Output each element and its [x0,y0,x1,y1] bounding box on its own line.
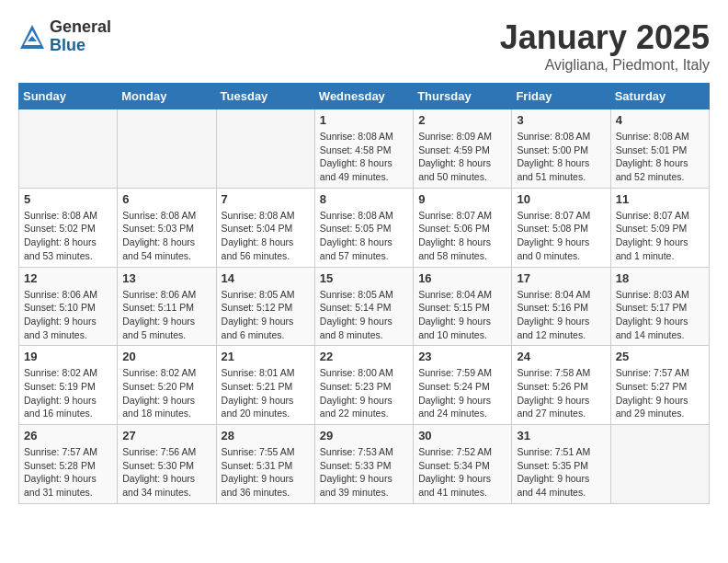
day-info: Sunrise: 8:06 AM Sunset: 5:10 PM Dayligh… [24,288,112,342]
title-block: January 2025 Avigliana, Piedmont, Italy [500,18,710,74]
calendar-cell: 28Sunrise: 7:55 AM Sunset: 5:31 PM Dayli… [216,425,314,504]
day-info: Sunrise: 7:55 AM Sunset: 5:31 PM Dayligh… [222,445,310,500]
day-number: 12 [24,271,112,285]
calendar-table: SundayMondayTuesdayWednesdayThursdayFrid… [18,83,710,504]
day-number: 25 [616,350,704,363]
day-info: Sunrise: 8:08 AM Sunset: 5:03 PM Dayligh… [122,209,210,263]
calendar-cell: 11Sunrise: 8:07 AM Sunset: 5:09 PM Dayli… [610,188,709,267]
day-number: 23 [418,350,506,363]
day-info: Sunrise: 8:08 AM Sunset: 5:04 PM Dayligh… [222,209,310,263]
calendar-cell: 5Sunrise: 8:08 AM Sunset: 5:02 PM Daylig… [19,188,118,267]
day-info: Sunrise: 7:53 AM Sunset: 5:33 PM Dayligh… [320,445,408,500]
day-number: 13 [122,271,210,285]
day-number: 2 [418,113,506,127]
calendar-cell: 31Sunrise: 7:51 AM Sunset: 5:35 PM Dayli… [512,425,610,504]
day-info: Sunrise: 8:02 AM Sunset: 5:19 PM Dayligh… [24,366,112,420]
calendar-cell: 27Sunrise: 7:56 AM Sunset: 5:30 PM Dayli… [118,425,216,504]
calendar-cell: 23Sunrise: 7:59 AM Sunset: 5:24 PM Dayli… [414,346,512,425]
calendar-cell: 9Sunrise: 8:07 AM Sunset: 5:06 PM Daylig… [414,188,512,267]
calendar-cell: 25Sunrise: 7:57 AM Sunset: 5:27 PM Dayli… [610,346,709,425]
day-number: 9 [418,192,506,206]
day-number: 15 [320,271,408,285]
calendar-cell: 15Sunrise: 8:05 AM Sunset: 5:14 PM Dayli… [314,267,413,346]
day-number: 28 [222,429,310,442]
day-number: 10 [517,192,605,206]
weekday-header-tuesday: Tuesday [216,84,314,109]
calendar-cell [118,109,216,189]
month-title: January 2025 [500,18,710,57]
calendar-cell: 29Sunrise: 7:53 AM Sunset: 5:33 PM Dayli… [314,425,413,504]
calendar-cell: 21Sunrise: 8:01 AM Sunset: 5:21 PM Dayli… [216,346,314,425]
day-number: 18 [616,271,704,285]
calendar-cell: 6Sunrise: 8:08 AM Sunset: 5:03 PM Daylig… [118,188,216,267]
day-info: Sunrise: 7:57 AM Sunset: 5:28 PM Dayligh… [24,445,112,500]
calendar-cell: 18Sunrise: 8:03 AM Sunset: 5:17 PM Dayli… [610,267,709,346]
day-number: 30 [418,429,506,442]
calendar-cell: 26Sunrise: 7:57 AM Sunset: 5:28 PM Dayli… [19,425,118,504]
day-number: 26 [24,429,112,442]
weekday-header-monday: Monday [118,84,216,109]
weekday-header-saturday: Saturday [610,84,709,109]
day-info: Sunrise: 8:04 AM Sunset: 5:16 PM Dayligh… [517,288,605,342]
calendar-cell: 24Sunrise: 7:58 AM Sunset: 5:26 PM Dayli… [512,346,610,425]
calendar-cell: 17Sunrise: 8:04 AM Sunset: 5:16 PM Dayli… [512,267,610,346]
weekday-header-sunday: Sunday [19,84,118,109]
day-info: Sunrise: 7:59 AM Sunset: 5:24 PM Dayligh… [418,366,506,420]
day-number: 4 [616,113,704,127]
day-info: Sunrise: 8:08 AM Sunset: 5:02 PM Dayligh… [24,209,112,263]
calendar-cell: 14Sunrise: 8:05 AM Sunset: 5:12 PM Dayli… [216,267,314,346]
day-number: 17 [517,271,605,285]
day-info: Sunrise: 8:07 AM Sunset: 5:08 PM Dayligh… [517,209,605,263]
page-header: General Blue January 2025 Avigliana, Pie… [18,18,710,74]
day-number: 22 [320,350,408,363]
day-info: Sunrise: 8:07 AM Sunset: 5:06 PM Dayligh… [418,209,506,263]
day-info: Sunrise: 8:08 AM Sunset: 4:58 PM Dayligh… [320,130,408,184]
calendar-cell: 13Sunrise: 8:06 AM Sunset: 5:11 PM Dayli… [118,267,216,346]
day-number: 20 [122,350,210,363]
day-info: Sunrise: 8:08 AM Sunset: 5:01 PM Dayligh… [616,130,704,184]
day-info: Sunrise: 8:05 AM Sunset: 5:12 PM Dayligh… [222,288,310,342]
calendar-cell [19,109,118,189]
day-info: Sunrise: 7:56 AM Sunset: 5:30 PM Dayligh… [122,445,210,500]
calendar-cell: 1Sunrise: 8:08 AM Sunset: 4:58 PM Daylig… [314,109,413,189]
day-number: 16 [418,271,506,285]
day-number: 11 [616,192,704,206]
day-info: Sunrise: 8:03 AM Sunset: 5:17 PM Dayligh… [616,288,704,342]
logo-general: General [50,18,111,37]
calendar-cell [610,425,709,504]
day-number: 27 [122,429,210,442]
logo: General Blue [18,18,111,55]
day-number: 6 [122,192,210,206]
day-number: 29 [320,429,408,442]
calendar-cell: 19Sunrise: 8:02 AM Sunset: 5:19 PM Dayli… [19,346,118,425]
calendar-cell: 7Sunrise: 8:08 AM Sunset: 5:04 PM Daylig… [216,188,314,267]
day-info: Sunrise: 7:52 AM Sunset: 5:34 PM Dayligh… [418,445,506,500]
day-info: Sunrise: 8:02 AM Sunset: 5:20 PM Dayligh… [122,366,210,420]
calendar-cell: 3Sunrise: 8:08 AM Sunset: 5:00 PM Daylig… [512,109,610,189]
day-number: 31 [517,429,605,442]
day-number: 1 [320,113,408,127]
day-info: Sunrise: 8:05 AM Sunset: 5:14 PM Dayligh… [320,288,408,342]
weekday-header-friday: Friday [512,84,610,109]
logo-icon [18,23,46,51]
day-number: 3 [517,113,605,127]
day-info: Sunrise: 8:08 AM Sunset: 5:05 PM Dayligh… [320,209,408,263]
day-number: 5 [24,192,112,206]
day-number: 21 [222,350,310,363]
day-info: Sunrise: 7:58 AM Sunset: 5:26 PM Dayligh… [517,366,605,420]
weekday-header-thursday: Thursday [414,84,512,109]
calendar-cell: 12Sunrise: 8:06 AM Sunset: 5:10 PM Dayli… [19,267,118,346]
day-number: 8 [320,192,408,206]
calendar-cell: 22Sunrise: 8:00 AM Sunset: 5:23 PM Dayli… [314,346,413,425]
location: Avigliana, Piedmont, Italy [500,57,710,74]
day-info: Sunrise: 8:07 AM Sunset: 5:09 PM Dayligh… [616,209,704,263]
day-info: Sunrise: 8:06 AM Sunset: 5:11 PM Dayligh… [122,288,210,342]
calendar-cell: 10Sunrise: 8:07 AM Sunset: 5:08 PM Dayli… [512,188,610,267]
day-info: Sunrise: 7:51 AM Sunset: 5:35 PM Dayligh… [517,445,605,500]
calendar-cell: 30Sunrise: 7:52 AM Sunset: 5:34 PM Dayli… [414,425,512,504]
day-number: 19 [24,350,112,363]
calendar-cell: 2Sunrise: 8:09 AM Sunset: 4:59 PM Daylig… [414,109,512,189]
day-number: 14 [222,271,310,285]
day-info: Sunrise: 8:00 AM Sunset: 5:23 PM Dayligh… [320,366,408,420]
weekday-header-wednesday: Wednesday [314,84,413,109]
